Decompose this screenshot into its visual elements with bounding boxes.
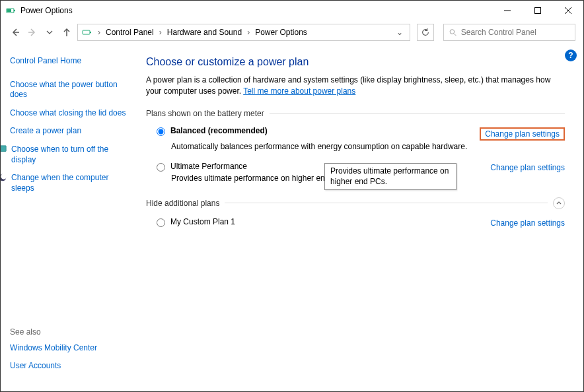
recent-dropdown[interactable] xyxy=(43,26,56,39)
breadcrumb-leaf[interactable]: Power Options xyxy=(252,26,310,38)
window-title: Power Options xyxy=(20,6,492,15)
intro-text: A power plan is a collection of hardware… xyxy=(146,75,565,97)
plan-radio-balanced[interactable] xyxy=(157,127,165,136)
see-also-accounts-link[interactable]: User Accounts xyxy=(10,361,97,372)
moon-icon xyxy=(0,173,7,182)
plan-radio-custom1[interactable] xyxy=(157,218,165,227)
svg-rect-1 xyxy=(14,10,15,11)
svg-rect-2 xyxy=(7,9,11,12)
address-dropdown[interactable]: ⌄ xyxy=(394,28,406,37)
search-input[interactable] xyxy=(461,28,569,37)
svg-rect-14 xyxy=(0,146,6,152)
search-box[interactable] xyxy=(443,24,575,41)
learn-more-link[interactable]: Tell me more about power plans xyxy=(243,86,355,96)
refresh-button[interactable] xyxy=(417,24,434,41)
maximize-button[interactable] xyxy=(523,1,553,20)
collapse-button[interactable] xyxy=(553,197,565,209)
breadcrumb-mid[interactable]: Hardware and Sound xyxy=(164,26,244,38)
sidebar-sleep-link[interactable]: Change when the computer sleeps xyxy=(11,173,130,193)
sidebar-power-button-link[interactable]: Choose what the power button does xyxy=(10,80,130,100)
plans-section-label: Plans shown on the battery meter xyxy=(146,109,264,118)
svg-rect-10 xyxy=(83,30,90,34)
divider xyxy=(225,203,548,203)
see-also-mobility-link[interactable]: Windows Mobility Center xyxy=(10,343,97,354)
chevron-right-icon: › xyxy=(96,28,102,37)
plan-desc-balanced: Automatically balances performance with … xyxy=(146,142,565,151)
svg-point-12 xyxy=(450,29,455,34)
forward-button[interactable] xyxy=(26,26,39,39)
change-plan-settings-balanced[interactable]: Change plan settings xyxy=(480,127,565,141)
change-plan-settings-ultimate[interactable]: Change plan settings xyxy=(490,163,565,172)
svg-rect-4 xyxy=(535,8,541,14)
up-button[interactable] xyxy=(60,26,73,39)
chevron-right-icon: › xyxy=(246,28,251,37)
address-bar[interactable]: › Control Panel › Hardware and Sound › P… xyxy=(77,24,410,41)
divider xyxy=(270,113,565,114)
control-panel-home-link[interactable]: Control Panel Home xyxy=(10,56,130,67)
back-button[interactable] xyxy=(9,26,22,39)
minimize-button[interactable] xyxy=(492,1,523,20)
sidebar-create-plan-link[interactable]: Create a power plan xyxy=(10,126,130,137)
hide-additional-label[interactable]: Hide additional plans xyxy=(146,199,219,208)
svg-rect-11 xyxy=(90,32,91,33)
page-heading: Choose or customize a power plan xyxy=(146,56,565,68)
sidebar-display-off-link[interactable]: Choose when to turn off the display xyxy=(11,145,130,165)
battery-icon xyxy=(6,5,17,16)
close-button[interactable] xyxy=(553,1,583,20)
search-icon xyxy=(449,28,457,37)
chevron-right-icon: › xyxy=(158,28,163,37)
see-also-heading: See also xyxy=(10,327,97,337)
control-panel-icon xyxy=(82,27,92,38)
svg-point-16 xyxy=(1,174,7,180)
shield-icon xyxy=(0,145,7,154)
sidebar-lid-link[interactable]: Choose what closing the lid does xyxy=(10,108,130,119)
breadcrumb-root[interactable]: Control Panel xyxy=(103,26,157,38)
svg-line-13 xyxy=(454,33,456,35)
change-plan-settings-custom1[interactable]: Change plan settings xyxy=(490,218,565,228)
plan-name-balanced: Balanced (recommended) xyxy=(170,126,474,135)
tooltip: Provides ultimate performance on higher … xyxy=(324,163,456,190)
plan-name-custom1: My Custom Plan 1 xyxy=(170,217,485,226)
plan-radio-ultimate[interactable] xyxy=(157,163,165,172)
